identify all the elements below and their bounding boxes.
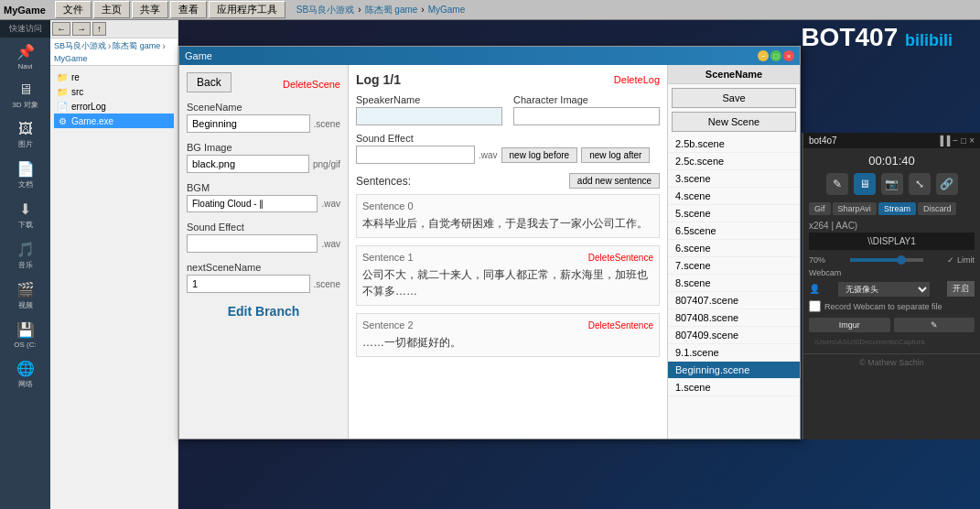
stream-close-btn[interactable]: ×: [969, 135, 975, 146]
watermark-text1: BOT407: [801, 23, 898, 51]
watermark-text2: bilibili: [905, 31, 953, 49]
character-image-input[interactable]: [513, 107, 660, 125]
videos-icon: 🎬: [16, 281, 35, 298]
scene-item-0[interactable]: 2.5b.scene: [668, 135, 800, 153]
delete-sentence-1-button[interactable]: DeleteSentence: [588, 253, 653, 263]
tab-sharpavi[interactable]: SharpAvi: [833, 202, 877, 215]
fe-file-game-exe[interactable]: ⚙ Game.exe: [54, 114, 174, 128]
fe-back-btn[interactable]: ←: [52, 22, 70, 36]
qa-item-documents[interactable]: 📄 文档: [0, 155, 50, 195]
resize-icon-btn[interactable]: ⤡: [909, 173, 931, 195]
taskbar-app-tools[interactable]: 应用程序工具: [209, 1, 285, 18]
webcam-select[interactable]: 无摄像头: [838, 282, 930, 297]
webcam-person-icon: 👤: [809, 284, 820, 294]
qa-item-music[interactable]: 🎵 音乐: [0, 235, 50, 276]
sentence-2-num: Sentence 2: [362, 319, 414, 330]
tab-discard[interactable]: Discard: [918, 202, 957, 215]
taskbar-view[interactable]: 查看: [170, 1, 207, 18]
center-sound-label: Sound Effect: [356, 133, 660, 144]
fe-file-src[interactable]: 📁 src: [54, 84, 174, 99]
taskbar-file[interactable]: 文件: [55, 1, 92, 18]
tab-stream[interactable]: Stream: [878, 202, 916, 215]
fe-nav-item-1[interactable]: SB马良小游戏: [54, 40, 106, 52]
imgur-button[interactable]: Imgur: [809, 318, 890, 332]
scene-item-6[interactable]: 6.scene: [668, 240, 800, 257]
qa-item-os[interactable]: 💾 OS (C:: [0, 316, 50, 354]
webcam-row: Webcam: [809, 268, 975, 277]
breadcrumb-item-1[interactable]: SB马良小游戏: [296, 4, 354, 16]
scene-item-14[interactable]: 1.scene: [668, 379, 800, 396]
qa-item-network[interactable]: 🌐 网络: [0, 354, 50, 395]
fe-forward-btn[interactable]: →: [72, 22, 91, 36]
stream-pause-btn[interactable]: ▐▐: [937, 135, 950, 146]
qa-item-pictures[interactable]: 🖼 图片: [0, 115, 50, 155]
fe-toolbar: ← → ↑: [50, 20, 178, 38]
stream-minimize-btn[interactable]: −: [953, 135, 958, 146]
scene-item-2[interactable]: 3.scene: [668, 170, 800, 188]
scene-item-7[interactable]: 7.scene: [668, 257, 800, 275]
scene-item-3[interactable]: 4.scene: [668, 188, 800, 205]
fe-file-re[interactable]: 📁 re: [54, 70, 174, 84]
back-button[interactable]: Back: [187, 72, 232, 92]
separate-record-checkbox[interactable]: [809, 300, 821, 312]
sentence-block-0: Sentence 0 本科毕业后，自觉考研困难，于是我去了一家小公司工作。: [356, 194, 660, 238]
new-log-before-button[interactable]: new log before: [501, 147, 578, 163]
delete-scene-button[interactable]: DeleteScene: [283, 79, 340, 90]
taskbar-share[interactable]: 共享: [132, 1, 168, 18]
qa-item-videos[interactable]: 🎬 视频: [0, 276, 50, 316]
scene-item-8[interactable]: 8.scene: [668, 275, 800, 292]
delete-sentence-2-button[interactable]: DeleteSentence: [588, 320, 653, 330]
stream-panel: bot4o7 ▐▐ − □ × 00:01:40 ✎ 🖥 📷 ⤡ 🔗 Gif S…: [802, 133, 980, 439]
next-scene-input[interactable]: [187, 275, 310, 293]
edit-icon-btn[interactable]: ✎: [826, 173, 848, 195]
minimize-button[interactable]: −: [758, 50, 769, 61]
maximize-button[interactable]: □: [770, 50, 781, 61]
app-title: MyGame: [4, 5, 46, 16]
camera-icon-btn[interactable]: 📷: [881, 173, 903, 195]
scene-name-input[interactable]: [187, 114, 310, 133]
sound-effect-input[interactable]: [187, 234, 318, 253]
bg-image-input[interactable]: [187, 155, 309, 173]
qa-item-downloads[interactable]: ⬇ 下载: [0, 195, 50, 235]
link-icon-btn[interactable]: 🔗: [936, 173, 958, 195]
scene-item-9[interactable]: 807407.scene: [668, 292, 800, 309]
speaker-name-input[interactable]: [356, 107, 502, 125]
qa-item-3d[interactable]: 🖥 3D 对象: [0, 76, 50, 115]
network-icon: 🌐: [16, 360, 35, 377]
fe-nav-item-3[interactable]: MyGame: [54, 54, 88, 63]
scene-item-1[interactable]: 2.5c.scene: [668, 153, 800, 170]
breadcrumb-item-3[interactable]: MyGame: [428, 5, 466, 15]
new-log-after-button[interactable]: new log after: [581, 147, 650, 163]
breadcrumb-item-2[interactable]: 陈杰蜀 game: [365, 4, 418, 16]
scene-item-beginning[interactable]: Beginning.scene: [668, 362, 800, 379]
volume-slider[interactable]: [850, 258, 923, 262]
window-controls: − □ ×: [758, 50, 794, 61]
center-sound-input[interactable]: [356, 146, 475, 164]
monitor-icon-btn[interactable]: 🖥: [854, 173, 876, 195]
sentence-block-2: Sentence 2 DeleteSentence ……一切都挺好的。: [356, 313, 660, 357]
taskbar-home[interactable]: 主页: [93, 1, 130, 18]
fe-up-btn[interactable]: ↑: [92, 22, 106, 36]
game-window: Game − □ × Back DeleteScene SceneName .s…: [178, 46, 801, 439]
volume-row: 70% ✓ Limit: [809, 255, 975, 265]
fe-nav-item-2[interactable]: 陈杰蜀 game: [113, 40, 160, 52]
bgm-label: BGM: [187, 182, 340, 193]
edit-branch-button[interactable]: Edit Branch: [187, 304, 340, 319]
save-button[interactable]: Save: [672, 88, 796, 108]
scene-item-10[interactable]: 807408.scene: [668, 309, 800, 327]
bgm-input[interactable]: [187, 195, 318, 212]
add-sentence-button[interactable]: add new sentence: [569, 173, 660, 189]
stream-expand-btn[interactable]: □: [961, 135, 966, 146]
new-scene-button[interactable]: New Scene: [672, 112, 796, 132]
scene-item-5[interactable]: 6.5scene: [668, 222, 800, 240]
close-button[interactable]: ×: [783, 50, 794, 61]
fe-file-errorlog[interactable]: 📄 errorLog: [54, 99, 174, 114]
scene-item-12[interactable]: 9.1.scene: [668, 344, 800, 362]
qa-item-navi[interactable]: 📌 Navi: [0, 38, 50, 76]
webcam-open-button[interactable]: 开启: [947, 281, 975, 297]
edit-button[interactable]: ✎: [894, 318, 975, 332]
delete-log-button[interactable]: DeleteLog: [614, 74, 660, 85]
tab-gif[interactable]: Gif: [809, 202, 831, 215]
scene-item-4[interactable]: 5.scene: [668, 205, 800, 222]
scene-item-11[interactable]: 807409.scene: [668, 327, 800, 344]
